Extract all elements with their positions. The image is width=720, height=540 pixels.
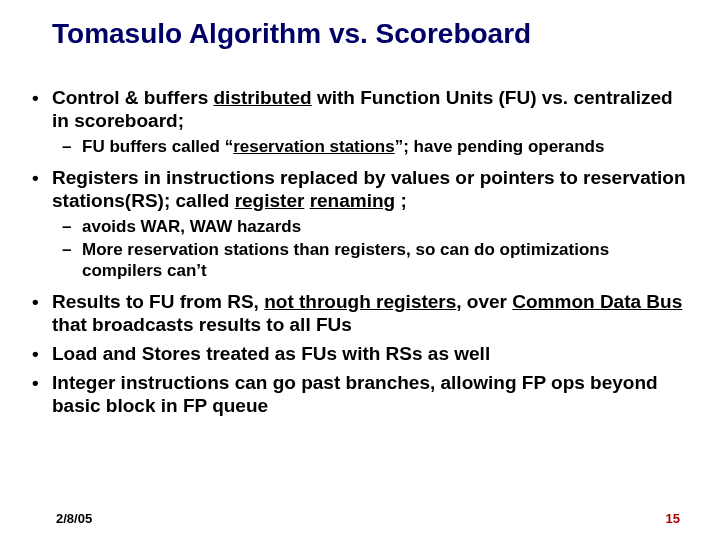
footer-date: 2/8/05 bbox=[56, 511, 92, 526]
bullet-1: Control & buffers distributed with Funct… bbox=[28, 86, 692, 158]
bullet-4: Load and Stores treated as FUs with RSs … bbox=[28, 342, 692, 365]
text: ; bbox=[395, 190, 407, 211]
bullet-2: Registers in instructions replaced by va… bbox=[28, 166, 692, 282]
underline-text: renaming bbox=[310, 190, 396, 211]
text: that broadcasts results to all FUs bbox=[52, 314, 352, 335]
underline-text: register bbox=[235, 190, 305, 211]
text: ”; have pending operands bbox=[395, 137, 605, 156]
text: FU buffers called “ bbox=[82, 137, 233, 156]
underline-text: not through registers bbox=[264, 291, 456, 312]
sub-bullet: More reservation stations than registers… bbox=[60, 239, 692, 282]
bullet-3: Results to FU from RS, not through regis… bbox=[28, 290, 692, 336]
sub-list: FU buffers called “reservation stations”… bbox=[52, 136, 692, 157]
sub-bullet: avoids WAR, WAW hazards bbox=[60, 216, 692, 237]
slide-title: Tomasulo Algorithm vs. Scoreboard bbox=[52, 18, 692, 50]
page-number: 15 bbox=[666, 511, 680, 526]
text: , over bbox=[456, 291, 512, 312]
underline-text: distributed bbox=[214, 87, 312, 108]
underline-text: Common Data Bus bbox=[512, 291, 682, 312]
bullet-5: Integer instructions can go past branche… bbox=[28, 371, 692, 417]
sub-bullet: FU buffers called “reservation stations”… bbox=[60, 136, 692, 157]
bullet-list: Control & buffers distributed with Funct… bbox=[28, 86, 692, 418]
footer: 2/8/05 15 bbox=[56, 511, 680, 526]
sub-list: avoids WAR, WAW hazards More reservation… bbox=[52, 216, 692, 282]
underline-text: reservation stations bbox=[233, 137, 395, 156]
slide: Tomasulo Algorithm vs. Scoreboard Contro… bbox=[0, 0, 720, 540]
text: Control & buffers bbox=[52, 87, 214, 108]
text: Results to FU from RS, bbox=[52, 291, 264, 312]
